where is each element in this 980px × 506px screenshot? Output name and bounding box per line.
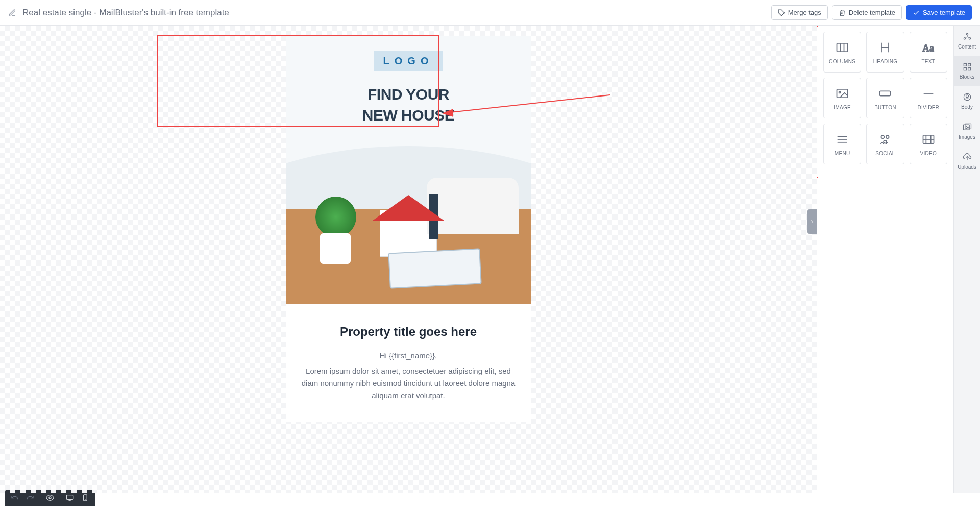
svg-point-29 bbox=[966, 95, 968, 98]
uploads-icon bbox=[962, 152, 972, 162]
tag-icon bbox=[778, 9, 785, 16]
block-social-label: SOCIAL bbox=[875, 151, 895, 156]
desktop-icon bbox=[66, 494, 74, 502]
headline[interactable]: FIND YOUR NEW HOUSE bbox=[296, 84, 521, 126]
body-text[interactable]: Lorem ipsum dolor sit amet, consectetuer… bbox=[301, 365, 516, 402]
tabs-rail: Content Blocks Body Images Uploads bbox=[953, 26, 980, 493]
trash-icon bbox=[839, 9, 846, 16]
topbar-actions: Merge tags Delete template Save template bbox=[771, 5, 972, 20]
block-social[interactable]: SOCIAL bbox=[866, 124, 904, 164]
tab-images[interactable]: Images bbox=[954, 116, 980, 146]
redo-icon bbox=[26, 494, 34, 502]
svg-rect-9 bbox=[880, 91, 891, 95]
tab-blocks[interactable]: Blocks bbox=[954, 56, 980, 86]
desktop-view-button[interactable] bbox=[63, 492, 77, 504]
social-icon bbox=[878, 132, 892, 147]
tab-content-label: Content bbox=[958, 44, 976, 50]
tab-body-label: Body bbox=[961, 104, 973, 110]
email-canvas[interactable]: LOGO FIND YOUR NEW HOUSE Property title … bbox=[286, 36, 531, 422]
hero-image bbox=[286, 146, 531, 304]
svg-text:Aa: Aa bbox=[922, 42, 934, 53]
block-columns-label: COLUMNS bbox=[829, 59, 855, 64]
body-icon bbox=[962, 92, 972, 102]
chevron-right-icon bbox=[809, 219, 815, 225]
hero-image-block[interactable] bbox=[286, 146, 531, 304]
text-icon: Aa bbox=[921, 40, 936, 55]
content-icon bbox=[962, 32, 972, 42]
blocks-panel: COLUMNS HEADING Aa TEXT IMAGE BUTTON DIV… bbox=[817, 26, 953, 493]
pencil-icon bbox=[8, 9, 16, 17]
svg-rect-35 bbox=[66, 495, 73, 500]
block-divider[interactable]: DIVIDER bbox=[910, 78, 947, 118]
block-heading[interactable]: HEADING bbox=[866, 32, 904, 73]
bottom-bar bbox=[0, 493, 980, 506]
svg-point-22 bbox=[964, 38, 965, 39]
block-video-label: VIDEO bbox=[920, 151, 937, 156]
headline-line2: NEW HOUSE bbox=[296, 105, 521, 126]
topbar-left: Real estate single - MailBluster's built… bbox=[8, 8, 229, 18]
image-icon bbox=[835, 86, 849, 101]
svg-rect-3 bbox=[837, 43, 848, 51]
block-menu[interactable]: MENU bbox=[823, 124, 861, 164]
blocks-icon bbox=[962, 62, 972, 72]
delete-template-label: Delete template bbox=[849, 9, 895, 16]
main: LOGO FIND YOUR NEW HOUSE Property title … bbox=[0, 26, 980, 493]
block-button[interactable]: BUTTON bbox=[866, 78, 904, 118]
svg-point-23 bbox=[969, 38, 970, 39]
template-title: Real estate single - MailBluster's built… bbox=[22, 8, 229, 18]
svg-rect-24 bbox=[964, 63, 966, 66]
mobile-view-button[interactable] bbox=[79, 492, 92, 504]
block-image[interactable]: IMAGE bbox=[823, 78, 861, 118]
delete-template-button[interactable]: Delete template bbox=[832, 5, 902, 20]
svg-point-32 bbox=[966, 126, 967, 127]
blocks-grid: COLUMNS HEADING Aa TEXT IMAGE BUTTON DIV… bbox=[823, 32, 947, 164]
svg-point-8 bbox=[839, 91, 841, 93]
block-image-label: IMAGE bbox=[834, 105, 851, 110]
block-video[interactable]: VIDEO bbox=[910, 124, 947, 164]
svg-rect-27 bbox=[968, 68, 970, 70]
tab-uploads[interactable]: Uploads bbox=[954, 146, 980, 176]
svg-point-34 bbox=[49, 497, 51, 499]
tab-content[interactable]: Content bbox=[954, 26, 980, 56]
redo-button[interactable] bbox=[23, 492, 37, 504]
save-template-button[interactable]: Save template bbox=[906, 5, 972, 20]
property-title[interactable]: Property title goes here bbox=[301, 325, 516, 339]
block-heading-label: HEADING bbox=[873, 59, 898, 64]
menu-icon bbox=[835, 132, 849, 147]
images-icon bbox=[962, 122, 972, 132]
heading-icon bbox=[878, 40, 892, 55]
block-button-label: BUTTON bbox=[874, 105, 896, 110]
merge-tags-label: Merge tags bbox=[788, 9, 821, 16]
email-body-block[interactable]: Property title goes here Hi {{first_name… bbox=[286, 304, 531, 422]
tab-blocks-label: Blocks bbox=[960, 74, 974, 80]
block-columns[interactable]: COLUMNS bbox=[823, 32, 861, 73]
svg-rect-26 bbox=[964, 68, 966, 70]
svg-rect-7 bbox=[837, 89, 848, 97]
tab-images-label: Images bbox=[959, 134, 975, 140]
svg-point-21 bbox=[966, 33, 968, 35]
check-icon bbox=[913, 9, 920, 16]
preview-button[interactable] bbox=[43, 492, 57, 504]
annotation-bracket bbox=[817, 26, 818, 178]
tab-uploads-label: Uploads bbox=[958, 164, 976, 170]
logo-placeholder[interactable]: LOGO bbox=[374, 51, 443, 71]
toolbar-divider bbox=[60, 493, 60, 502]
tab-body[interactable]: Body bbox=[954, 86, 980, 116]
merge-tags-button[interactable]: Merge tags bbox=[771, 5, 828, 20]
panel-collapse-handle[interactable] bbox=[807, 209, 817, 234]
eye-icon bbox=[46, 494, 54, 502]
block-text[interactable]: Aa TEXT bbox=[910, 32, 947, 73]
undo-button[interactable] bbox=[8, 492, 21, 504]
block-text-label: TEXT bbox=[921, 59, 935, 64]
undo-icon bbox=[11, 494, 19, 502]
greeting-text[interactable]: Hi {{first_name}}, bbox=[301, 351, 516, 360]
email-header-block[interactable]: LOGO FIND YOUR NEW HOUSE bbox=[286, 36, 531, 146]
canvas-area[interactable]: LOGO FIND YOUR NEW HOUSE Property title … bbox=[0, 26, 817, 493]
svg-point-14 bbox=[881, 135, 885, 138]
plant-graphic bbox=[315, 197, 356, 237]
video-icon bbox=[921, 132, 936, 147]
block-divider-label: DIVIDER bbox=[917, 105, 939, 110]
button-icon bbox=[878, 86, 892, 101]
block-menu-label: MENU bbox=[835, 151, 850, 156]
svg-rect-25 bbox=[968, 63, 970, 66]
